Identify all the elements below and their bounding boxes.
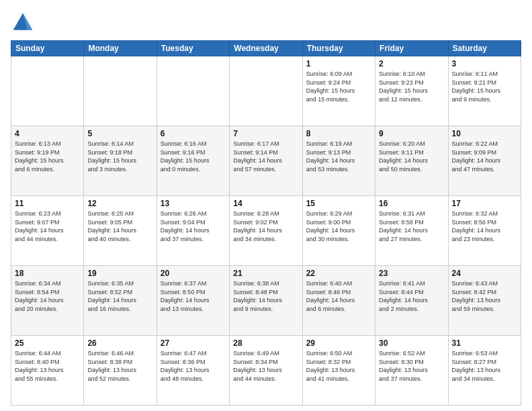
calendar-cell: 9Sunrise: 6:20 AM Sunset: 9:11 PM Daylig… <box>375 126 448 196</box>
day-number: 19 <box>87 269 152 278</box>
day-number: 17 <box>452 199 517 208</box>
day-number: 11 <box>15 199 80 208</box>
calendar-cell: 12Sunrise: 6:25 AM Sunset: 9:05 PM Dayli… <box>84 196 157 266</box>
day-number: 23 <box>379 269 444 278</box>
calendar-cell: 10Sunrise: 6:22 AM Sunset: 9:09 PM Dayli… <box>448 126 521 196</box>
calendar-cell: 1Sunrise: 6:09 AM Sunset: 9:24 PM Daylig… <box>302 56 375 126</box>
calendar-cell: 5Sunrise: 6:14 AM Sunset: 9:18 PM Daylig… <box>84 126 157 196</box>
calendar-cell: 30Sunrise: 6:52 AM Sunset: 8:30 PM Dayli… <box>375 336 448 406</box>
calendar-cell: 23Sunrise: 6:41 AM Sunset: 8:44 PM Dayli… <box>375 266 448 336</box>
weekday-header-friday: Friday <box>375 41 448 56</box>
calendar-cell: 8Sunrise: 6:19 AM Sunset: 9:13 PM Daylig… <box>302 126 375 196</box>
logo <box>11 11 38 35</box>
calendar-week-2: 4Sunrise: 6:13 AM Sunset: 9:19 PM Daylig… <box>11 126 521 196</box>
calendar-cell: 13Sunrise: 6:26 AM Sunset: 9:04 PM Dayli… <box>157 196 229 266</box>
calendar-cell: 24Sunrise: 6:43 AM Sunset: 8:42 PM Dayli… <box>448 266 521 336</box>
day-number: 29 <box>306 338 371 348</box>
day-info: Sunrise: 6:41 AM Sunset: 8:44 PM Dayligh… <box>379 279 444 313</box>
day-info: Sunrise: 6:13 AM Sunset: 9:19 PM Dayligh… <box>15 140 80 173</box>
calendar-week-3: 11Sunrise: 6:23 AM Sunset: 9:07 PM Dayli… <box>11 196 521 266</box>
weekday-header-row: SundayMondayTuesdayWednesdayThursdayFrid… <box>11 41 521 56</box>
day-number: 18 <box>15 269 80 278</box>
day-info: Sunrise: 6:37 AM Sunset: 8:50 PM Dayligh… <box>161 279 226 313</box>
day-number: 21 <box>233 269 298 278</box>
calendar-cell: 3Sunrise: 6:11 AM Sunset: 9:21 PM Daylig… <box>448 56 521 126</box>
calendar-cell: 21Sunrise: 6:38 AM Sunset: 8:48 PM Dayli… <box>230 266 302 336</box>
logo-icon <box>11 11 35 35</box>
day-info: Sunrise: 6:22 AM Sunset: 9:09 PM Dayligh… <box>452 140 517 173</box>
day-number: 20 <box>161 269 226 278</box>
calendar-cell <box>230 56 302 126</box>
day-info: Sunrise: 6:34 AM Sunset: 8:54 PM Dayligh… <box>15 279 80 313</box>
day-number: 30 <box>379 338 444 348</box>
calendar-table: SundayMondayTuesdayWednesdayThursdayFrid… <box>11 40 521 406</box>
day-number: 16 <box>379 199 444 208</box>
day-info: Sunrise: 6:38 AM Sunset: 8:48 PM Dayligh… <box>233 279 298 313</box>
calendar-cell <box>11 56 84 126</box>
day-info: Sunrise: 6:19 AM Sunset: 9:13 PM Dayligh… <box>306 140 371 173</box>
day-info: Sunrise: 6:29 AM Sunset: 9:00 PM Dayligh… <box>306 210 371 243</box>
calendar-cell: 20Sunrise: 6:37 AM Sunset: 8:50 PM Dayli… <box>157 266 229 336</box>
calendar-cell: 7Sunrise: 6:17 AM Sunset: 9:14 PM Daylig… <box>230 126 302 196</box>
calendar-cell: 22Sunrise: 6:40 AM Sunset: 8:46 PM Dayli… <box>302 266 375 336</box>
day-info: Sunrise: 6:14 AM Sunset: 9:18 PM Dayligh… <box>87 140 152 173</box>
calendar-cell: 2Sunrise: 6:10 AM Sunset: 9:23 PM Daylig… <box>375 56 448 126</box>
day-info: Sunrise: 6:32 AM Sunset: 8:56 PM Dayligh… <box>452 210 517 243</box>
calendar-cell: 18Sunrise: 6:34 AM Sunset: 8:54 PM Dayli… <box>11 266 84 336</box>
calendar-cell: 26Sunrise: 6:46 AM Sunset: 8:38 PM Dayli… <box>84 336 157 406</box>
day-info: Sunrise: 6:31 AM Sunset: 8:58 PM Dayligh… <box>379 210 444 243</box>
day-info: Sunrise: 6:50 AM Sunset: 8:32 PM Dayligh… <box>306 349 371 383</box>
day-number: 4 <box>15 129 80 138</box>
day-number: 6 <box>161 129 226 138</box>
calendar-week-1: 1Sunrise: 6:09 AM Sunset: 9:24 PM Daylig… <box>11 56 521 126</box>
calendar-cell: 19Sunrise: 6:35 AM Sunset: 8:52 PM Dayli… <box>84 266 157 336</box>
day-number: 26 <box>87 338 152 348</box>
day-info: Sunrise: 6:46 AM Sunset: 8:38 PM Dayligh… <box>87 349 152 383</box>
day-info: Sunrise: 6:28 AM Sunset: 9:02 PM Dayligh… <box>233 210 298 243</box>
day-info: Sunrise: 6:35 AM Sunset: 8:52 PM Dayligh… <box>87 279 152 313</box>
day-info: Sunrise: 6:40 AM Sunset: 8:46 PM Dayligh… <box>306 279 371 313</box>
weekday-header-saturday: Saturday <box>448 41 521 56</box>
weekday-header-monday: Monday <box>84 41 157 56</box>
day-number: 31 <box>452 338 517 348</box>
day-number: 9 <box>379 129 444 138</box>
calendar-cell: 4Sunrise: 6:13 AM Sunset: 9:19 PM Daylig… <box>11 126 84 196</box>
day-number: 22 <box>306 269 371 278</box>
day-number: 5 <box>87 129 152 138</box>
day-info: Sunrise: 6:23 AM Sunset: 9:07 PM Dayligh… <box>15 210 80 243</box>
weekday-header-tuesday: Tuesday <box>157 41 229 56</box>
weekday-header-sunday: Sunday <box>11 41 84 56</box>
header <box>11 11 521 35</box>
calendar-cell: 6Sunrise: 6:16 AM Sunset: 9:16 PM Daylig… <box>157 126 229 196</box>
day-number: 12 <box>87 199 152 208</box>
day-info: Sunrise: 6:47 AM Sunset: 8:36 PM Dayligh… <box>161 349 226 383</box>
day-number: 7 <box>233 129 298 138</box>
day-number: 3 <box>452 59 517 68</box>
day-info: Sunrise: 6:09 AM Sunset: 9:24 PM Dayligh… <box>306 70 371 103</box>
calendar-cell: 27Sunrise: 6:47 AM Sunset: 8:36 PM Dayli… <box>157 336 229 406</box>
day-number: 10 <box>452 129 517 138</box>
day-info: Sunrise: 6:25 AM Sunset: 9:05 PM Dayligh… <box>87 210 152 243</box>
page: SundayMondayTuesdayWednesdayThursdayFrid… <box>0 0 532 411</box>
day-number: 25 <box>15 338 80 348</box>
day-number: 24 <box>452 269 517 278</box>
calendar-week-4: 18Sunrise: 6:34 AM Sunset: 8:54 PM Dayli… <box>11 266 521 336</box>
day-number: 2 <box>379 59 444 68</box>
day-number: 15 <box>306 199 371 208</box>
day-number: 8 <box>306 129 371 138</box>
day-info: Sunrise: 6:49 AM Sunset: 8:34 PM Dayligh… <box>233 349 298 383</box>
calendar-cell <box>157 56 229 126</box>
calendar-cell: 25Sunrise: 6:44 AM Sunset: 8:40 PM Dayli… <box>11 336 84 406</box>
calendar-cell <box>84 56 157 126</box>
calendar-cell: 28Sunrise: 6:49 AM Sunset: 8:34 PM Dayli… <box>230 336 302 406</box>
day-number: 1 <box>306 59 371 68</box>
calendar-cell: 11Sunrise: 6:23 AM Sunset: 9:07 PM Dayli… <box>11 196 84 266</box>
day-info: Sunrise: 6:43 AM Sunset: 8:42 PM Dayligh… <box>452 279 517 313</box>
day-info: Sunrise: 6:10 AM Sunset: 9:23 PM Dayligh… <box>379 70 444 103</box>
calendar-cell: 15Sunrise: 6:29 AM Sunset: 9:00 PM Dayli… <box>302 196 375 266</box>
calendar-cell: 29Sunrise: 6:50 AM Sunset: 8:32 PM Dayli… <box>302 336 375 406</box>
calendar-week-5: 25Sunrise: 6:44 AM Sunset: 8:40 PM Dayli… <box>11 336 521 406</box>
weekday-header-thursday: Thursday <box>302 41 375 56</box>
day-info: Sunrise: 6:20 AM Sunset: 9:11 PM Dayligh… <box>379 140 444 173</box>
day-info: Sunrise: 6:52 AM Sunset: 8:30 PM Dayligh… <box>379 349 444 383</box>
